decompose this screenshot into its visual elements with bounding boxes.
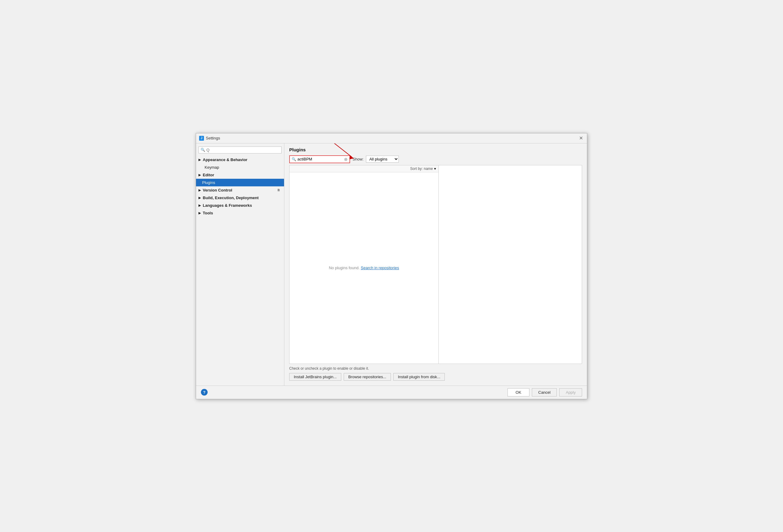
cancel-button[interactable]: Cancel [532,388,557,397]
chevron-right-icon: ▶ [198,158,201,161]
plugins-toolbar: 🔍 ⊗ Show: All plugins Enabled Disabled [289,155,582,163]
settings-dialog: J Settings ✕ 🔍 ▶ Appearance & Behavior K… [196,133,587,399]
search-in-repositories-link[interactable]: Search in repositories [361,265,399,270]
version-control-icon: 🗎 [277,188,280,192]
ok-button[interactable]: OK [507,388,529,397]
dialog-body: 🔍 ▶ Appearance & Behavior Keymap ▶ Edito… [196,144,587,385]
plugin-search-input[interactable] [297,157,343,161]
close-button[interactable]: ✕ [578,135,584,141]
install-from-disk-button[interactable]: Install plugin from disk... [393,373,445,381]
chevron-right-icon: ▶ [198,196,201,199]
show-label: Show: [352,157,364,161]
sidebar-item-label: Tools [203,211,213,215]
plugin-search-box[interactable]: 🔍 ⊗ [289,155,350,163]
sidebar-item-label: Version Control [203,188,232,192]
app-icon: J [199,136,204,141]
sidebar-item-languages-frameworks[interactable]: ▶ Languages & Frameworks [196,201,284,209]
dialog-title: Settings [206,136,220,140]
sidebar: 🔍 ▶ Appearance & Behavior Keymap ▶ Edito… [196,144,284,385]
help-button[interactable]: ? [201,389,208,396]
sidebar-item-label: Plugins [202,180,215,185]
sidebar-item-plugins[interactable]: Plugins [196,179,284,186]
title-bar-left: J Settings [199,136,220,141]
sidebar-item-editor[interactable]: ▶ Editor [196,171,284,179]
title-bar: J Settings ✕ [196,133,587,144]
plugin-panel: Sort by: name ▾ No plugins found. Search… [289,165,582,364]
show-dropdown[interactable]: All plugins Enabled Disabled Bundled Cus… [366,156,399,163]
sidebar-search-input[interactable] [207,148,279,152]
chevron-right-icon: ▶ [198,211,201,215]
chevron-right-icon: ▶ [198,173,201,177]
apply-button[interactable]: Apply [559,388,582,397]
page-title: Plugins [289,147,582,152]
chevron-right-icon: ▶ [198,188,201,192]
no-plugins-message: No plugins found. Search in repositories [289,173,438,364]
sidebar-item-label: Editor [203,173,214,177]
plugin-list: Sort by: name ▾ No plugins found. Search… [289,165,439,364]
sidebar-item-tools[interactable]: ▶ Tools [196,209,284,217]
sidebar-item-appearance-behavior[interactable]: ▶ Appearance & Behavior [196,156,284,163]
dialog-footer: ? OK Cancel Apply [196,385,587,399]
search-icon: 🔍 [200,148,205,152]
clear-search-button[interactable]: ⊗ [344,157,348,162]
action-buttons: Install JetBrains plugin... Browse repos… [289,373,582,381]
sidebar-item-label: Languages & Frameworks [203,203,252,208]
sidebar-item-build-execution[interactable]: ▶ Build, Execution, Deployment [196,194,284,201]
sidebar-item-version-control[interactable]: ▶ Version Control 🗎 [196,186,284,194]
chevron-right-icon: ▶ [198,204,201,207]
hint-text: Check or uncheck a plugin to enable or d… [289,366,582,371]
sort-bar: Sort by: name ▾ [289,165,438,173]
footer-buttons: OK Cancel Apply [507,388,582,397]
install-jetbrains-button[interactable]: Install JetBrains plugin... [289,373,341,381]
sidebar-item-label: Keymap [205,165,219,169]
main-content: Plugins 🔍 ⊗ Show: All plug [284,144,587,385]
sidebar-item-label: Build, Execution, Deployment [203,195,258,200]
sidebar-search-box[interactable]: 🔍 [198,147,282,154]
sidebar-item-label: Appearance & Behavior [203,157,248,162]
plugin-detail-panel [439,165,582,364]
browse-repositories-button[interactable]: Browse repositories... [344,373,391,381]
search-icon: 🔍 [292,157,296,161]
sort-dropdown-icon[interactable]: ▾ [434,166,436,171]
no-plugins-text: No plugins found. [329,265,359,270]
sidebar-item-keymap[interactable]: Keymap [196,163,284,171]
sort-label: Sort by: name [410,166,433,171]
